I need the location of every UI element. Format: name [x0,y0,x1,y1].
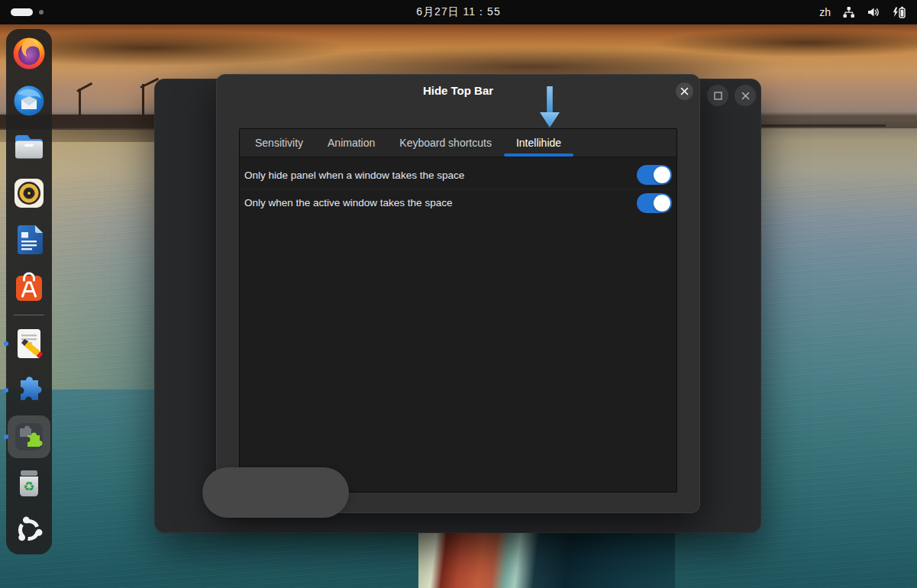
trash-icon: ♻ [11,465,47,502]
setting-label: Only when the active window takes the sp… [244,197,637,208]
harbor-crane [142,84,144,116]
extensions-puzzle-icon [11,372,47,409]
dialog-close-button[interactable] [676,82,693,100]
running-indicator-dot [4,435,8,439]
dock-item-show-apps[interactable] [11,512,47,548]
show-apps-ubuntu-icon [11,512,47,548]
recycle-glyph: ♻ [23,480,34,494]
tab-animation[interactable]: Animation [315,129,387,157]
close-button[interactable] [735,85,756,106]
dock-item-rhythmbox[interactable] [11,175,47,212]
dock-item-trash[interactable]: ♻ [11,465,47,502]
dialog-title: Hide Top Bar [216,84,700,97]
desktop: Hide Top Bar Sensitivity Animation Keybo… [0,0,917,588]
extension-manager-icon [11,418,47,455]
maximize-button[interactable] [707,85,728,106]
battery-charging-icon [891,6,906,18]
dock-item-firefox[interactable] [11,35,47,72]
close-icon [741,92,750,100]
ubuntu-software-icon [11,268,47,305]
files-folder-icon [11,128,47,165]
system-tray[interactable]: zh [819,0,906,24]
dock-item-text-editor[interactable] [11,325,47,362]
toggle-switch[interactable] [637,193,672,213]
dock-item-ubuntu-software[interactable] [11,268,47,305]
maximize-icon [714,92,722,100]
firefox-icon [11,35,47,72]
hide-top-bar-dialog: Hide Top Bar Sensitivity Animation Keybo… [216,74,700,513]
network-icon [842,6,855,18]
harbor-crane [79,89,81,116]
breakwater [748,124,886,127]
tab-bar: Sensitivity Animation Keyboard shortcuts… [240,129,676,157]
dock-item-thunderbird[interactable] [11,82,47,118]
keyboard-layout-indicator[interactable]: zh [819,6,831,18]
libreoffice-writer-icon [11,221,47,258]
running-indicator-dot [4,341,8,346]
close-icon [680,87,689,95]
thunderbird-icon [11,82,47,118]
toggle-switch[interactable] [637,165,672,185]
tab-intellihide[interactable]: Intellihide [504,129,573,157]
setting-row: Only when the active window takes the sp… [240,189,676,216]
tab-panel-intellihide: Only hide panel when a window takes the … [240,157,676,216]
top-bar: 6月27日 11：55 zh [0,0,917,24]
annotation-arrow-down-icon [538,86,561,128]
tab-keyboard-shortcuts[interactable]: Keyboard shortcuts [387,129,504,157]
running-indicator-dot [4,388,8,393]
text-editor-icon [11,325,47,362]
dock-item-extension-manager[interactable] [11,418,47,455]
toggle-knob [654,195,670,212]
dock: ♻ [6,29,52,554]
toggle-knob [654,166,670,183]
dock-item-files[interactable] [11,128,47,165]
rhythmbox-icon [11,175,47,212]
setting-row: Only hide panel when a window takes the … [240,161,676,189]
tab-sensitivity[interactable]: Sensitivity [243,129,315,157]
dock-item-libreoffice-writer[interactable] [11,221,47,258]
ship-hull-strip [418,531,675,588]
dock-item-extensions[interactable] [11,372,47,409]
setting-label: Only hide panel when a window takes the … [244,170,637,181]
redacted-osd-pill [202,467,349,518]
clock[interactable]: 6月27日 11：55 [0,5,917,19]
preferences-notebook: Sensitivity Animation Keyboard shortcuts… [239,128,677,493]
dock-divider [14,315,44,315]
volume-icon [867,6,880,18]
